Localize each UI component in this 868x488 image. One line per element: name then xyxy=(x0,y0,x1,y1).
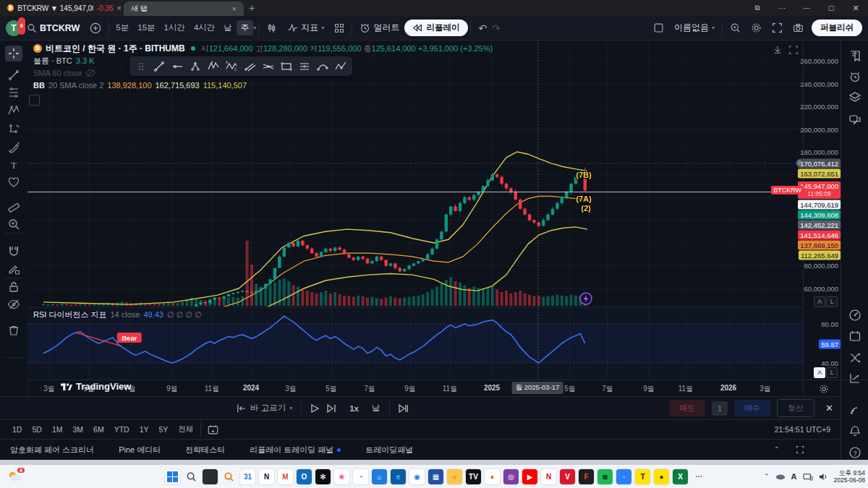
replay-play-button[interactable] xyxy=(304,404,326,413)
palette-trend-line-icon[interactable] xyxy=(150,59,167,74)
floating-drawing-palette[interactable]: sAC xyxy=(129,56,352,76)
notifications-bell-icon[interactable] xyxy=(847,423,863,439)
interval-날[interactable]: 날 xyxy=(219,20,237,35)
sell-button[interactable]: 매도 xyxy=(669,400,705,416)
palette-abc-wave-icon[interactable]: AC xyxy=(224,59,240,74)
text-tool-icon[interactable]: T xyxy=(5,157,22,173)
palette-rectangle-icon[interactable] xyxy=(278,59,294,74)
price-level-label[interactable]: 137,669,150 xyxy=(798,241,841,250)
taskbar-app-gmail[interactable]: M xyxy=(278,469,293,484)
tab-암호화폐 페어 스크리너[interactable]: 암호화폐 페어 스크리너 xyxy=(10,445,94,455)
replay-speed-button[interactable]: 1x xyxy=(343,404,365,413)
tab-전략테스터[interactable]: 전략테스터 xyxy=(185,445,225,455)
symbol-search[interactable]: BTCKRW xyxy=(22,23,85,33)
taskbar-app-spotify[interactable]: ≋ xyxy=(597,469,613,484)
streams-icon[interactable] xyxy=(847,402,863,418)
alerts-icon[interactable] xyxy=(847,69,863,85)
tab-Pine 에디터[interactable]: Pine 에디터 xyxy=(119,445,161,455)
interval-dropdown-icon[interactable]: ▾ xyxy=(253,25,256,31)
price-level-label[interactable]: 170,076,412 xyxy=(798,159,841,168)
price-level-label[interactable]: 144,309,608 xyxy=(798,210,841,220)
auto-scale-button[interactable]: A xyxy=(814,296,825,307)
expand-panel-icon[interactable] xyxy=(796,445,804,454)
jump-to-end-button[interactable] xyxy=(392,404,414,413)
log-scale-button[interactable]: L xyxy=(826,296,838,307)
range-전체[interactable]: 전체 xyxy=(173,424,198,435)
layout-select-icon[interactable] xyxy=(648,22,669,33)
server-clock[interactable]: 21:54:51 UTC+9 xyxy=(775,425,830,434)
taskbar-app-more[interactable]: ··· xyxy=(692,469,707,484)
taskbar-app-kakaobank[interactable]: ● xyxy=(654,469,669,484)
range-3M[interactable]: 3M xyxy=(67,425,88,434)
lock-all-tool-icon[interactable] xyxy=(5,279,22,295)
palette-drag-handle-icon[interactable] xyxy=(132,59,149,74)
drawing-mode-tool-icon[interactable] xyxy=(5,261,22,277)
taskbar-app-youtube[interactable]: ▶ xyxy=(522,469,537,484)
taskbar-app-outlook[interactable]: O xyxy=(297,469,312,484)
taskbar-app-chatgpt[interactable]: ✻ xyxy=(315,469,331,484)
taskbar-app-edge[interactable]: e xyxy=(391,469,406,484)
taskbar-app-cam-purple[interactable]: ◎ xyxy=(503,469,519,484)
replay-step-button[interactable] xyxy=(326,404,343,413)
range-6M[interactable]: 6M xyxy=(88,425,109,434)
taskbar-app-store[interactable]: ⌂ xyxy=(372,469,387,484)
user-avatar[interactable]: T 6 xyxy=(6,20,22,36)
taskbar-app-notion[interactable]: N xyxy=(259,469,274,484)
taskbar-app-chrome[interactable]: ◉ xyxy=(409,469,425,484)
forecast-tool-icon[interactable] xyxy=(5,121,22,137)
interval-15분[interactable]: 15분 xyxy=(133,20,159,35)
redo-button[interactable]: ↷ xyxy=(492,22,506,34)
maximize-button[interactable]: ▢ xyxy=(819,4,843,12)
taskbar-app-folder[interactable]: ▰ xyxy=(447,469,462,484)
interval-1시간[interactable]: 1시간 xyxy=(160,20,190,35)
close-button[interactable]: ✕ xyxy=(843,4,868,13)
ime-indicator[interactable]: A xyxy=(791,472,797,481)
brush-tool-icon[interactable] xyxy=(5,139,22,155)
replay-button[interactable]: 리플레이 xyxy=(404,20,468,36)
palette-horizontal-ray-icon[interactable] xyxy=(169,59,185,74)
range-1M[interactable]: 1M xyxy=(47,425,68,434)
compare-add-button[interactable] xyxy=(85,22,106,34)
taskbar-app-snip[interactable] xyxy=(203,469,218,484)
palette-parallel-channel-icon[interactable] xyxy=(242,59,258,74)
taskbar-app-kakaotalk[interactable]: T xyxy=(635,469,650,484)
taskbar-clock[interactable]: 오후 9:54 2025-06-08 xyxy=(834,469,865,484)
taskbar-app-netflix[interactable]: N xyxy=(541,469,556,484)
bb-legend[interactable]: BB 20 SMA close 2 138,928,100 162,715,69… xyxy=(33,80,493,90)
goto-date-icon[interactable] xyxy=(208,424,218,435)
axis-settings-gear-icon[interactable] xyxy=(819,384,829,394)
range-YTD[interactable]: YTD xyxy=(109,425,135,434)
current-price-label[interactable]: 145,947,00011:05:09 xyxy=(798,181,841,199)
price-level-label[interactable]: 142,452,221 xyxy=(798,221,841,230)
taskbar-app-photos[interactable]: ❀ xyxy=(334,469,349,484)
interval-5분[interactable]: 5분 xyxy=(111,20,133,35)
palette-polyline-path-icon[interactable] xyxy=(333,59,349,74)
collapse-panel-icon[interactable]: ⌃ xyxy=(774,445,780,454)
tab-트레이딩패널[interactable]: 트레이딩패널 xyxy=(365,445,413,455)
palette-parallel-lines-icon[interactable] xyxy=(297,59,313,74)
snapshot-button[interactable] xyxy=(788,22,809,33)
replay-step-unit[interactable]: 날 xyxy=(365,403,387,414)
calendar-icon[interactable] xyxy=(847,328,863,344)
range-1D[interactable]: 1D xyxy=(7,425,27,434)
help-icon[interactable]: ? xyxy=(847,445,863,461)
chart-style-button[interactable] xyxy=(261,22,282,33)
taskbar-app-v-live[interactable]: V xyxy=(560,469,575,484)
log-scale-button[interactable]: L xyxy=(826,367,838,378)
templates-button[interactable] xyxy=(329,23,349,33)
browser-tab-newtab[interactable]: 새 탭 × xyxy=(124,1,244,16)
trend-line-tool-icon[interactable] xyxy=(5,67,22,83)
taskbar-app-search[interactable] xyxy=(184,469,199,484)
range-1Y[interactable]: 1Y xyxy=(135,425,154,434)
close-position-button[interactable]: 청산 xyxy=(777,399,814,417)
taskbar-app-start[interactable] xyxy=(165,469,180,484)
publish-button[interactable]: 퍼블리쉬 xyxy=(812,20,862,36)
object-tree-icon[interactable] xyxy=(847,90,863,106)
network-icon[interactable] xyxy=(803,473,813,481)
tab-close-icon[interactable]: × xyxy=(117,4,122,12)
close-replay-button[interactable]: ✕ xyxy=(825,403,833,414)
fib-retracement-tool-icon[interactable] xyxy=(5,85,22,100)
browser-menu-icon[interactable]: ··· xyxy=(770,4,794,12)
symbol-title[interactable]: 비트코인 / 한국 원 · 1주 · BITHUMB xyxy=(46,43,185,55)
taskbar-weather-widget[interactable]: 4 xyxy=(6,469,23,484)
